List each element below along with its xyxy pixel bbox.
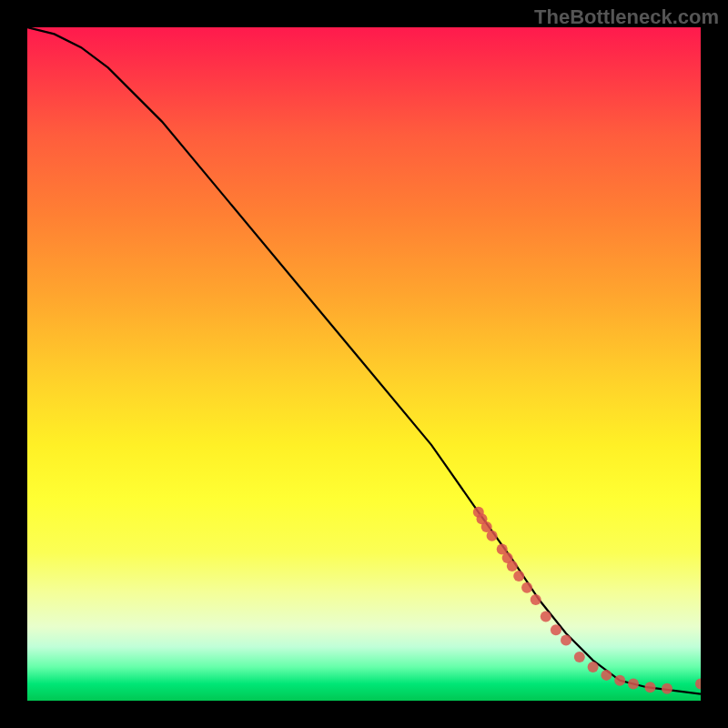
marker-point — [695, 679, 701, 690]
marker-point — [521, 582, 532, 593]
watermark-text: TheBottleneck.com — [534, 5, 719, 29]
marker-point — [574, 652, 585, 662]
marker-point — [614, 675, 625, 686]
marker-point — [628, 679, 639, 690]
chart-svg — [27, 27, 701, 701]
bottleneck-curve-line — [27, 27, 701, 694]
marker-point — [645, 682, 656, 693]
marker-group — [473, 507, 701, 694]
marker-point — [551, 624, 561, 635]
marker-point — [507, 561, 518, 571]
marker-point — [561, 634, 571, 645]
marker-point — [662, 683, 672, 694]
marker-point — [601, 670, 612, 681]
marker-point — [588, 662, 599, 672]
marker-point — [541, 612, 551, 622]
chart-container: TheBottleneck.com — [0, 0, 728, 728]
marker-point — [531, 594, 541, 605]
marker-point — [513, 571, 524, 581]
marker-point — [487, 531, 498, 541]
